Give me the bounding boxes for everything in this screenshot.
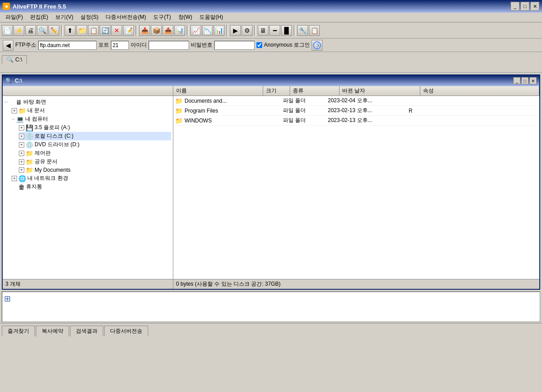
toolbar-btn-21[interactable]: 🖥 [258,25,269,36]
fm-maximize-button[interactable]: □ [521,77,529,84]
port-input[interactable] [111,41,129,50]
tree-item-my-computer[interactable]: ─ 💻 내 컴퓨터 [12,115,171,123]
tab-c-drive[interactable]: 🔍 C:\ [2,55,27,64]
tab-favorites[interactable]: 즐겨찾기 [2,326,35,336]
menu-file[interactable]: 파일(F) [3,13,26,22]
folder-icon-program-files: 📁 [175,107,183,114]
col-header-name[interactable]: 이름 [173,86,263,96]
menu-help[interactable]: 도움말(H) [197,13,226,22]
anonymous-checkbox[interactable] [256,42,262,48]
ftp-address-input[interactable] [38,41,97,50]
tree-item-floppy[interactable]: + 💾 3.5 플로피 (A:) [19,123,171,132]
conn-back-button[interactable]: ◀ [3,40,13,51]
toolbar-separator-4 [226,25,228,36]
tree-item-dvd[interactable]: + 💿 DVD 드라이브 (D:) [19,140,171,149]
file-name-documents: 📁 Documents and... [175,97,256,105]
app-icon: ★ [3,3,10,10]
tree-item-network[interactable]: + 🌐 내 네트워크 환경 [12,174,171,183]
file-row-documents[interactable]: 📁 Documents and... 파일 폴더 2023-02-04 오후..… [173,96,539,106]
file-date-program-files: 2023-02-13 오후... [328,107,409,114]
shared-docs-label: 공유 문서 [35,158,57,166]
expand-network[interactable]: + [12,176,17,181]
menu-window[interactable]: 창(W) [176,13,195,22]
expand-my-documents[interactable]: + [19,167,24,173]
shared-docs-icon: 📁 [26,158,33,166]
menu-tools[interactable]: 도구(T) [150,13,173,22]
toolbar-btn-22[interactable]: ━ [269,25,280,36]
tree-item-shared-docs[interactable]: + 📁 공유 문서 [19,157,171,166]
desktop-icon: 🖥 [16,99,22,106]
my-docs-label: 내 문서 [27,107,45,114]
toolbar-btn-12[interactable]: 📥 [139,25,150,36]
menu-settings[interactable]: 설정(S) [78,13,101,22]
tree-item-trash[interactable]: 🗑 휴지통 [12,183,171,191]
fm-minimize-button[interactable]: _ [513,77,520,84]
expand-control-panel[interactable]: + [19,151,24,156]
toolbar-btn-9[interactable]: 🔄 [100,25,110,36]
toolbar-separator-5 [254,25,256,36]
col-header-date[interactable]: 바뀐 날자 [339,86,420,96]
tree-children-desktop: + 📁 내 문서 ─ 💻 내 컴퓨터 + 💾 [12,106,171,191]
expand-local-disk[interactable]: + [19,134,24,139]
tree-item-my-docs[interactable]: + 📁 내 문서 [12,106,171,115]
trash-icon: 🗑 [18,183,25,191]
toolbar-btn-23[interactable]: ▐▌ [281,25,292,36]
maximize-button[interactable]: □ [520,2,529,11]
anonymous-checkbox-area: Anonymous 로그인 [256,41,310,49]
toolbar-btn-2[interactable]: ⚡ [13,25,24,36]
tab-multi-transfer[interactable]: 다중서버전송 [104,326,148,336]
toolbar-btn-3[interactable]: 🖨 [25,25,36,36]
tree-item-local-disk[interactable]: + 💿 로컬 디스크 (C:) [19,132,171,140]
toolbar-btn-15[interactable]: 📊 [174,25,185,36]
fm-close-button[interactable]: ✕ [529,77,537,84]
minimize-button[interactable]: _ [511,2,520,11]
toolbar-btn-5[interactable]: ✏️ [48,25,59,36]
expand-floppy[interactable]: + [19,125,24,131]
toolbar-btn-14[interactable]: 📤 [163,25,173,36]
toolbar-btn-7[interactable]: 📁 [76,25,87,36]
file-name-windows: 📁 WINDOWS [175,117,256,124]
tree-item-desktop[interactable]: ─ 🖥 바탕 화면 [4,98,171,106]
tree-children-my-computer: + 💾 3.5 플로피 (A:) + 💿 로컬 디스크 (C:) + 💿 [19,123,171,174]
file-row-program-files[interactable]: 📁 Program Files 파일 폴더 2023-02-13 오후... R [173,106,539,116]
connect-button[interactable] [312,40,322,51]
tab-copy-queue[interactable]: 복사예약 [36,326,69,336]
toolbar-btn-11[interactable]: 📝 [123,25,134,36]
close-button[interactable]: ✕ [530,2,539,11]
tree-item-my-documents[interactable]: + 📁 My Documents [19,166,171,174]
menu-edit[interactable]: 편집(E) [27,13,51,22]
file-panel[interactable]: 📁 Documents and... 파일 폴더 2023-02-04 오후..… [173,96,539,279]
toolbar-btn-25[interactable]: 📋 [309,25,320,36]
toolbar-btn-20[interactable]: ⚙ [242,25,252,36]
status-bar: 3 개체 0 bytes (사용할 수 있는 디스크 공간: 37GB) [3,279,539,289]
bottom-tabs: 즐겨찾기 복사예약 검색결과 다중서버전송 [0,323,542,336]
expand-my-docs[interactable]: + [12,108,17,113]
toolbar-btn-18[interactable]: 📊 [214,25,225,36]
svg-point-0 [313,42,321,49]
toolbar-btn-16[interactable]: 📈 [190,25,201,36]
toolbar-btn-8[interactable]: 📋 [88,25,99,36]
toolbar-btn-17[interactable]: 📉 [202,25,213,36]
toolbar-separator-2 [136,25,137,36]
col-header-type[interactable]: 종류 [290,86,339,96]
col-header-size[interactable]: 크기 [263,86,290,96]
expand-shared-docs[interactable]: + [19,159,24,165]
toolbar-btn-1[interactable]: 📄 [2,25,13,36]
tree-panel[interactable]: ─ 🖥 바탕 화면 + 📁 내 문서 ─ 💻 [3,96,173,279]
id-input[interactable] [149,41,189,50]
tree-item-control-panel[interactable]: + 📁 제어판 [19,149,171,157]
pw-input[interactable] [214,41,255,50]
toolbar-separator-3 [187,25,189,36]
toolbar-btn-19[interactable]: ▶ [230,25,241,36]
toolbar-btn-13[interactable]: 📦 [151,25,162,36]
file-row-windows[interactable]: 📁 WINDOWS 파일 폴더 2023-02-13 오후... [173,116,539,126]
menu-view[interactable]: 보기(V) [53,13,76,22]
toolbar-btn-10[interactable]: ✕ [111,25,122,36]
col-header-attr[interactable]: 속성 [420,86,539,96]
tab-search-results[interactable]: 검색결과 [70,326,103,336]
toolbar-btn-4[interactable]: 🔍 [37,25,48,36]
toolbar-btn-24[interactable]: 🔧 [297,25,308,36]
toolbar-btn-6[interactable]: ⬆ [65,25,75,36]
menu-multi-transfer[interactable]: 다중서버전송(M) [103,13,149,22]
expand-dvd[interactable]: + [19,142,24,148]
